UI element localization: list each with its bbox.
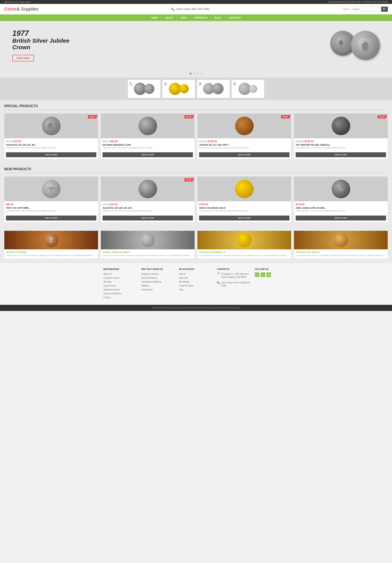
product-name-2: EID MAR DENARIUS COIN <box>102 144 193 146</box>
special-products-grid: SALE! $76.00 $70.00 AUGUSTA, AD 128-136.… <box>4 113 388 159</box>
blog-img-4 <box>294 231 388 249</box>
new-products-title: NEW PRODUCTS <box>4 167 388 173</box>
header-right: Cart ▼ 🔍 <box>343 7 388 12</box>
product-name-4: 1977 BRITISH SILVER JUBILEE... <box>296 144 386 146</box>
sale-badge-3: SALE! <box>281 115 290 118</box>
blog-title-2: DONEC TEMPOR LIBERO <box>102 251 193 254</box>
blog-section: ONECENTUSA MAURIS POSUERE Lorem ipsum do… <box>0 227 392 263</box>
myaccount-link[interactable]: MY ACCOUNT <box>374 1 388 3</box>
footer-customer-service[interactable]: Customer Service <box>103 276 137 280</box>
blog-img-2 <box>101 231 195 249</box>
dot-4[interactable] <box>200 73 202 74</box>
thumb-item-3[interactable]: 3. <box>197 79 230 98</box>
add-to-cart-btn-n4[interactable]: ADD TO CART <box>296 216 386 220</box>
footer-about-us[interactable]: About Us <box>103 272 137 276</box>
special-products-title: SPECIAL PRODUCTS <box>4 104 388 110</box>
facebook-icon[interactable]: f <box>255 272 259 277</box>
footer-orders-returns[interactable]: Orders and Returns <box>103 292 137 295</box>
logo-coins: Coins <box>4 6 17 12</box>
nav-blog[interactable]: BLOG <box>211 14 224 21</box>
dot-1[interactable] <box>190 73 192 74</box>
new-product-name-4: 1990 LARGE DATE SILVER... <box>296 207 386 209</box>
footer-contact[interactable]: Contact <box>103 296 137 299</box>
search-input[interactable] <box>351 7 380 12</box>
hero-coin-2: ELIZABETH II <box>351 31 380 60</box>
thumb-item-2[interactable]: 2. <box>162 79 195 98</box>
dot-3[interactable] <box>197 73 199 74</box>
blog-info-2: DONEC TEMPOR LIBERO Lorem ipsum dolor si… <box>101 249 195 259</box>
new-product-img-2: SALE! <box>101 177 195 201</box>
add-to-cart-btn-s3[interactable]: ADD TO CART <box>199 152 290 157</box>
cart-button[interactable]: Cart ▼ <box>343 8 350 10</box>
footer-phone: Call us now toll free: (800)2345-6789 <box>221 281 251 287</box>
phone-number: Order online: (800) 3451-9562 <box>176 8 209 11</box>
nav-contacts[interactable]: CONTACTS <box>225 14 244 21</box>
footer-group-sales[interactable]: Group Sales <box>141 288 175 291</box>
footer-sign-in[interactable]: Sign In <box>179 272 213 276</box>
footer-secure[interactable]: Secure Shopping <box>141 276 175 280</box>
footer-social-links: f t rss <box>255 272 289 277</box>
footer-advanced-search[interactable]: Advanced Search <box>103 288 137 291</box>
footer-wishlist[interactable]: My Wishlist <box>179 280 213 283</box>
delivery-link[interactable]: DELIVERY <box>351 1 362 3</box>
footer-help[interactable]: Help <box>179 288 213 291</box>
add-to-cart-btn-n1[interactable]: ADD TO CART <box>6 216 96 220</box>
blog-card-1: ONECENTUSA MAURIS POSUERE Lorem ipsum do… <box>4 230 98 259</box>
dot-2[interactable] <box>193 73 195 74</box>
footer-search-terms[interactable]: Search Terms <box>103 284 137 287</box>
footer-shipping[interactable]: Shipping & Returns <box>141 272 175 276</box>
product-desc-2: Collecting coins is one of the most popu… <box>102 147 193 149</box>
footer-site-map[interactable]: Site Map <box>103 280 137 283</box>
special-products-section: SPECIAL PRODUCTS SALE! $76.00 $70.00 AUG… <box>0 100 392 163</box>
add-to-cart-btn-s2[interactable]: ADD TO CART <box>102 152 193 157</box>
footer-view-cart[interactable]: View Cart <box>179 276 213 280</box>
footer-phone-item: 📞 Call us now toll free: (800)2345-6789 <box>217 281 251 288</box>
price-old-1: $76.00 <box>6 140 13 143</box>
new-product-1: CANADA🍁 $95.00 TROY OZ COPY.9999... Coll… <box>4 176 98 222</box>
shop-now-button[interactable]: SHOP NOW! <box>12 55 34 61</box>
new-product-desc-2: Collecting coins is one of the most popu… <box>102 210 193 212</box>
registration-link[interactable]: REGISTRATION <box>328 1 343 3</box>
phone-icon: 📞 <box>172 8 175 11</box>
rss-icon[interactable]: rss <box>266 272 271 277</box>
checkout-link[interactable]: CHECKOUT <box>362 1 374 3</box>
nav-about[interactable]: ABOUT <box>162 14 177 21</box>
search-button[interactable]: 🔍 <box>381 7 388 12</box>
nav-portfolio[interactable]: PORTFOLIO <box>191 14 211 21</box>
footer-account-title: MY ACCOUNT <box>179 268 213 270</box>
blog-card-2: DONEC TEMPOR LIBERO Lorem ipsum dolor si… <box>101 230 195 259</box>
product-info-4: $160.00 $140.00 1977 BRITISH SILVER JUBI… <box>294 138 388 151</box>
new-product-info-3: $100.00 1909-O S5 INDIAN GOLD Collecting… <box>197 201 291 214</box>
new-product-3: $100.00 1909-O S5 INDIAN GOLD Collecting… <box>197 176 291 222</box>
footer-track-order[interactable]: Track My Order <box>179 284 213 287</box>
thumb-item-1[interactable]: 1. <box>128 79 160 98</box>
welcome-text: Welcome to our online store! <box>4 1 30 3</box>
add-to-cart-btn-n2[interactable]: ADD TO CART <box>102 216 193 220</box>
new-product-info-4: $120.00 1990 LARGE DATE SILVER... Collec… <box>294 201 388 214</box>
footer-affiliates[interactable]: Affiliates <box>141 284 175 287</box>
top-bar-links: REGISTRATION LOG IN DELIVERY CHECKOUT MY… <box>328 1 388 3</box>
nav-shop[interactable]: SHOP <box>177 14 190 21</box>
new-product-desc-4: Collecting coins is one of the most popu… <box>296 210 386 212</box>
twitter-icon[interactable]: t <box>261 272 265 277</box>
new-product-info-1: $95.00 TROY OZ COPY.9999... Collecting c… <box>4 201 98 214</box>
new-product-info-2: $75.00 $70.00 AUGUSTA, AD 128-136. AR...… <box>101 201 195 214</box>
new-product-name-2: AUGUSTA, AD 128-136. AR... <box>102 207 193 209</box>
add-to-cart-btn-s4[interactable]: ADD TO CART <box>296 152 386 157</box>
price-3-np: $100.00 <box>199 203 208 206</box>
blog-info-3: PHASELLUS FRINGILLA Lorem ipsum dolor si… <box>197 249 291 259</box>
product-img-3: SALE! <box>197 114 291 138</box>
thumb-item-4[interactable]: 4. <box>232 79 264 98</box>
footer-international[interactable]: International Shipping <box>141 280 175 283</box>
new-product-4: 🐼10元 $120.00 1990 LARGE DATE SILVER... C… <box>294 176 388 222</box>
blog-desc-1: Lorem ipsum dolor sit amet, consectetur … <box>6 254 96 257</box>
hero-dots <box>0 70 392 77</box>
product-info-3: $114.00 $100.00 JUDAEA AD 117-138 COPY..… <box>197 138 291 151</box>
add-to-cart-btn-n3[interactable]: ADD TO CART <box>199 216 290 220</box>
nav-home[interactable]: HOME <box>148 14 161 21</box>
price-old-3: $114.00 <box>199 140 207 143</box>
new-product-2: SALE! $75.00 $70.00 AUGUSTA, AD 128-136.… <box>101 176 195 222</box>
login-link[interactable]: LOG IN <box>344 1 351 3</box>
footer-why-buy: WHY BUY FROM US Shipping & Returns Secur… <box>141 268 175 300</box>
add-to-cart-btn-s1[interactable]: ADD TO CART <box>6 152 96 157</box>
